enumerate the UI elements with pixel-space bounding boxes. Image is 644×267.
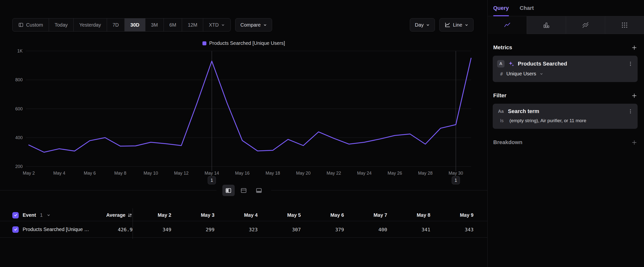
range-xtd[interactable]: XTD [203,19,230,31]
chevron-down-icon [465,23,468,27]
svg-text:May 18: May 18 [266,171,280,176]
range-6m[interactable]: 6M [164,19,182,31]
sort-icon[interactable] [127,212,132,218]
filter-value: (empty string), Air purifier, or 11 more [510,118,586,123]
granularity-button[interactable]: Day [410,18,435,32]
metrics-title: Metrics [493,44,512,51]
filter-operator: Is [500,118,506,123]
svg-text:800: 800 [15,77,23,82]
metrics-section-header: Metrics [488,44,644,51]
date-column-header: May 8 [392,212,435,218]
cell-value: 299 [176,227,219,232]
svg-text:May 24: May 24 [357,171,372,176]
chart-style-label: Line [453,22,462,28]
line-chart-icon [444,22,450,28]
range-custom[interactable]: Custom [12,19,49,31]
chevron-down-icon [263,23,267,27]
svg-text:1: 1 [210,178,213,183]
average-header-cell[interactable]: Average [101,212,132,218]
view-toggle-group [216,183,271,197]
line-chart-svg: 2004006008001KMay 2May 4May 6May 8May 10… [0,47,480,185]
filter-title: Filter [493,92,506,99]
chart-type-tabs [488,16,644,34]
range-30d[interactable]: 30D [125,19,146,31]
svg-text:May 22: May 22 [326,171,341,176]
svg-text:May 14: May 14 [204,171,219,176]
kebab-menu-icon[interactable] [628,109,633,114]
svg-text:200: 200 [15,164,23,169]
chart-type-stacked-tab[interactable] [566,16,605,34]
svg-text:May 10: May 10 [144,171,158,176]
cell-value: 307 [262,227,306,232]
table-row[interactable]: Products Searched [Unique Users] 426.9 3… [0,221,488,238]
chart-type-metric-tab[interactable] [605,16,644,34]
chart-only-view-icon [240,187,247,194]
chart-type-bar-tab[interactable] [527,16,566,34]
view-table-only-toggle[interactable] [253,185,265,196]
svg-text:May 6: May 6 [84,171,96,176]
tab-chart[interactable]: Chart [520,0,534,16]
breakdown-section-header: Breakdown [488,139,644,146]
split-view-icon [225,187,232,194]
row-event-cell: Products Searched [Unique Users] [12,226,101,233]
event-count: 1 [40,212,42,218]
breakdown-title: Breakdown [493,139,522,146]
range-7d[interactable]: 7D [107,19,125,31]
measure-label: Unique Users [506,71,536,77]
date-range-group: CustomTodayYesterday7D30D3M6M12MXTD [12,18,231,32]
cell-value: 341 [392,227,435,232]
cell-value: 400 [348,227,392,232]
add-metric-icon[interactable] [632,45,637,51]
event-header-cell: Event 1 [12,212,101,218]
row-name: Products Searched [Unique Users] [23,227,90,232]
average-header-label: Average [106,212,126,218]
check-icon [14,213,18,217]
line-chart-icon [504,22,511,29]
stacked-chart-icon [582,22,589,29]
chevron-down-icon[interactable] [47,213,50,217]
chart-controls: Day Line [410,18,474,32]
svg-text:May 20: May 20 [296,171,310,176]
range-3m[interactable]: 3M [146,19,164,31]
metric-name: Products Searched [518,61,624,67]
legend-label: Products Searched [Unique Users] [209,40,285,46]
metric-grid-icon [621,22,628,29]
range-yesterday[interactable]: Yesterday [74,19,107,31]
check-icon [14,227,18,231]
filter-condition-row[interactable]: Is (empty string), Air purifier, or 11 m… [497,118,633,123]
svg-text:1: 1 [454,178,457,183]
chart-style-button[interactable]: Line [439,18,474,32]
tab-chart-label: Chart [520,5,534,11]
sidebar-tabs: Query Chart [488,0,644,16]
query-sidebar: Query Chart [488,0,644,267]
kebab-menu-icon[interactable] [628,61,633,67]
view-chart-only-toggle[interactable] [238,185,250,196]
range-today[interactable]: Today [49,19,74,31]
line-chart[interactable]: 2004006008001KMay 2May 4May 6May 8May 10… [0,47,480,185]
view-split-toggle[interactable] [222,185,235,196]
svg-text:May 30: May 30 [448,171,463,176]
cell-value: 343 [435,227,478,232]
add-breakdown-icon[interactable] [632,140,637,145]
cell-value: 323 [219,227,262,232]
compare-button[interactable]: Compare [235,18,272,32]
tab-query-label: Query [493,5,509,11]
row-checkbox[interactable] [12,226,19,233]
table-only-view-icon [256,187,262,194]
metric-card[interactable]: A Products Searched # Unique Users [493,56,638,82]
chart-type-line-tab[interactable] [488,16,527,34]
add-filter-icon[interactable] [632,93,637,99]
filter-card[interactable]: Aa Search term Is (empty string), Air pu… [493,104,638,129]
bar-chart-icon [543,22,550,29]
range-12m[interactable]: 12M [182,19,203,31]
svg-text:May 26: May 26 [388,171,402,176]
metric-measure-row[interactable]: # Unique Users [497,71,633,77]
granularity-label: Day [415,22,424,28]
svg-text:1K: 1K [17,49,23,54]
header-checkbox[interactable] [12,212,19,218]
filter-type-label: Aa [497,109,504,114]
legend-swatch [202,41,206,45]
tab-query[interactable]: Query [493,0,509,16]
svg-text:May 2: May 2 [23,171,35,176]
svg-text:May 4: May 4 [53,171,65,176]
